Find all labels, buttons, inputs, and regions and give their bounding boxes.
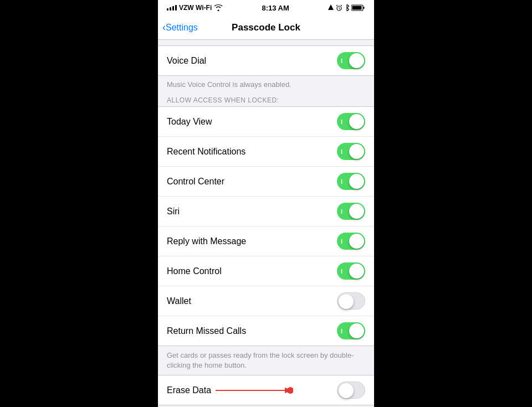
toggle-knob [339,383,354,398]
toggle-i-icon: I [341,238,342,245]
status-time: 8:13 AM [262,4,289,12]
today-view-toggle[interactable]: I [337,113,365,130]
control-center-label: Control Center [167,177,224,187]
location-icon [328,4,334,11]
siri-label: Siri [167,207,180,217]
control-center-toggle[interactable]: I [337,173,365,190]
alarm-icon [336,4,342,11]
toggle-knob [349,174,364,189]
svg-rect-3 [352,6,362,10]
carrier-label: VZW Wi-Fi [179,4,212,12]
status-bar: VZW Wi-Fi 8:13 AM [158,0,374,16]
wifi-icon [214,4,223,11]
siri-toggle[interactable]: I [337,203,365,220]
status-left: VZW Wi-Fi [167,4,223,12]
today-view-label: Today View [167,117,212,127]
back-button[interactable]: ‹ Settings [162,22,198,33]
recent-notifications-label: Recent Notifications [167,147,245,157]
toggle-i-icon: I [341,178,342,185]
wallet-row: Wallet [158,286,374,316]
toggle-i-icon: I [341,208,342,215]
content-area: Voice Dial I Music Voice Control is alwa… [158,40,374,407]
red-arrow-icon [216,385,293,396]
home-control-toggle[interactable]: I [337,262,365,280]
reply-message-row: Reply with Message I [158,226,374,256]
toggle-knob [349,114,364,129]
toggle-i-icon: I [341,268,342,275]
wallet-label: Wallet [167,296,191,306]
page-title: Passcode Lock [232,22,300,33]
signal-bar-3 [172,6,174,11]
nav-bar: ‹ Settings Passcode Lock [158,16,374,40]
recent-notifications-toggle[interactable]: I [337,143,365,160]
music-voice-note: Music Voice Control is always enabled. [158,76,374,93]
signal-bar-2 [170,7,171,11]
signal-bar-1 [167,8,168,11]
voice-dial-label: Voice Dial [167,56,206,66]
top-spacer [158,40,374,45]
access-section-header: ALLOW ACCESS WHEN LOCKED: [158,93,374,106]
battery-icon [351,4,365,11]
siri-row: Siri I [158,197,374,226]
wallet-toggle[interactable] [337,292,365,310]
toggle-knob [349,53,364,68]
access-items-group: Today View I Recent Notifications I Cont… [158,106,374,346]
return-missed-calls-label: Return Missed Calls [167,326,246,336]
signal-bar-4 [175,5,177,11]
return-missed-calls-row: Return Missed Calls I [158,316,374,346]
voice-dial-group: Voice Dial I [158,45,374,76]
status-right [328,4,365,11]
toggle-i-icon: I [341,148,342,155]
toggle-i-icon: I [341,328,342,334]
toggle-knob [349,264,364,279]
toggle-knob [349,234,364,249]
signal-bars [167,5,177,11]
erase-data-toggle[interactable] [337,382,365,399]
control-center-row: Control Center I [158,167,374,197]
wallet-footer: Get cards or passes ready from the lock … [158,346,374,375]
phone-container: VZW Wi-Fi 8:13 AM [158,0,374,407]
voice-dial-toggle[interactable]: I [337,52,365,69]
home-control-row: Home Control I [158,256,374,286]
back-label: Settings [166,23,198,33]
erase-data-left: Erase Data [167,385,293,396]
recent-notifications-row: Recent Notifications I [158,137,374,167]
svg-point-7 [288,388,293,393]
toggle-i-icon: I [341,58,342,64]
toggle-knob [349,323,364,338]
toggle-knob [339,294,354,309]
reply-message-toggle[interactable]: I [337,233,365,250]
home-control-label: Home Control [167,266,222,276]
toggle-knob [349,204,364,219]
today-view-row: Today View I [158,107,374,137]
voice-dial-row: Voice Dial I [158,46,374,75]
erase-data-row: Erase Data [158,375,374,405]
svg-rect-2 [364,7,365,9]
return-missed-calls-toggle[interactable]: I [337,322,365,339]
toggle-i-icon: I [341,119,342,125]
toggle-knob [349,144,364,159]
reply-message-label: Reply with Message [167,236,246,246]
erase-data-label: Erase Data [167,385,211,395]
bluetooth-icon [345,4,349,11]
